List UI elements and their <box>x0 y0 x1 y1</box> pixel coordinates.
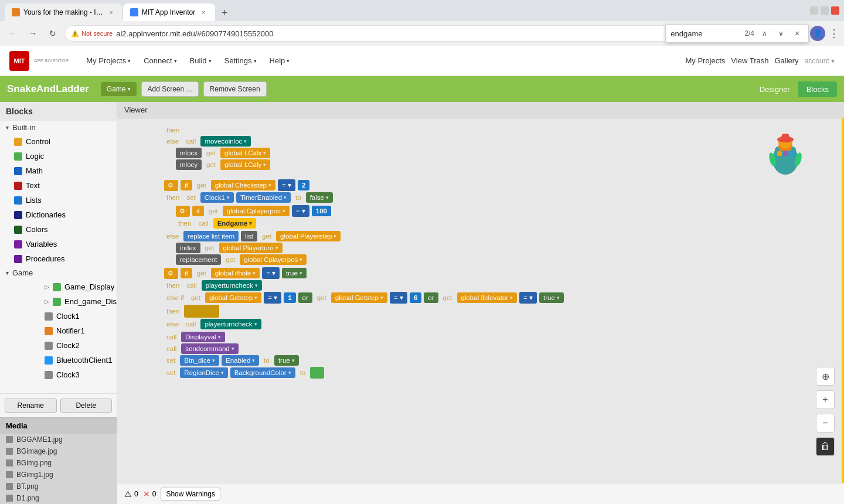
block-index-param[interactable]: index <box>176 243 200 253</box>
zoom-out-button[interactable]: − <box>816 414 835 433</box>
block-replace-list-item[interactable]: replace list item <box>183 231 239 241</box>
blocks-button[interactable]: Blocks <box>798 81 837 97</box>
menu-help[interactable]: Help ▾ <box>264 53 296 69</box>
sidebar-item-text[interactable]: Text <box>0 178 117 193</box>
find-close-button[interactable]: × <box>791 27 804 40</box>
block-clock1[interactable]: Clock1 ▾ <box>200 192 234 203</box>
menu-my-projects[interactable]: My Projects ▾ <box>80 53 137 69</box>
sidebar-item-lists[interactable]: Lists <box>0 193 117 207</box>
sidebar-item-clock1[interactable]: Clock1 <box>23 309 117 323</box>
show-warnings-button[interactable]: Show Warnings <box>161 488 220 500</box>
block-endgame[interactable]: Endgame ▾ <box>213 218 257 229</box>
block-or-2[interactable]: or <box>424 292 438 303</box>
block-or-1[interactable]: or <box>298 292 312 303</box>
sidebar-item-control[interactable]: Control <box>0 134 117 149</box>
sidebar-item-endgame-display[interactable]: ▷ End_game_Display <box>23 294 117 309</box>
account-email[interactable]: account ▾ <box>805 57 835 65</box>
window-minimize[interactable] <box>810 6 818 15</box>
media-item-d1[interactable]: D1.png <box>0 492 117 504</box>
block-timerenabled[interactable]: TimerEnabled ▾ <box>236 192 291 203</box>
block-true-2[interactable]: true ▾ <box>539 292 564 303</box>
block-true-1[interactable]: true ▾ <box>282 268 307 278</box>
builtin-section-header[interactable]: ▼ Built-in <box>0 121 117 134</box>
block-if-ifhole[interactable]: if <box>181 268 192 278</box>
find-next-button[interactable]: ∨ <box>774 27 787 40</box>
sidebar-item-math[interactable]: Math <box>0 164 117 178</box>
link-my-projects[interactable]: My Projects <box>685 56 725 65</box>
block-num-2[interactable]: 2 <box>298 180 309 190</box>
media-item-bgimage[interactable]: BGimage.jpg <box>0 445 117 457</box>
address-bar[interactable]: ⚠️ Not secure ai2.appinventor.mit.edu/#6… <box>64 25 764 42</box>
sidebar-item-clock3[interactable]: Clock3 <box>23 367 117 382</box>
window-maximize[interactable] <box>821 6 829 15</box>
browser-menu-button[interactable]: ⋮ <box>829 27 839 40</box>
sidebar-item-procedures[interactable]: Procedures <box>0 251 117 266</box>
sidebar-item-notifier1[interactable]: Notifier1 <box>23 323 117 338</box>
tab-instructa[interactable]: Yours for the making - Instructa... × <box>5 4 122 21</box>
block-ifelevator[interactable]: global ifelevator ▾ <box>457 292 518 303</box>
sidebar-item-logic[interactable]: Logic <box>0 149 117 164</box>
tab-appinventor[interactable]: MIT App Inventor × <box>123 4 215 21</box>
block-eq-ifelev[interactable]: = ▾ <box>519 292 537 304</box>
game-section-header[interactable]: ▼ Game <box>0 266 117 280</box>
block-replacement-param[interactable]: replacement <box>176 254 221 265</box>
block-getstep1[interactable]: global Getstep ▾ <box>205 292 261 303</box>
link-view-trash[interactable]: View Trash <box>731 56 768 65</box>
block-eq-getstep2[interactable]: = ▾ <box>390 292 407 304</box>
block-get-lcaly[interactable]: global LCaly ▾ <box>220 159 270 170</box>
nav-forward-button[interactable]: → <box>25 25 41 42</box>
menu-build[interactable]: Build ▾ <box>184 53 217 69</box>
block-getstep2[interactable]: global Getstep ▾ <box>331 292 387 303</box>
window-close[interactable] <box>831 6 839 15</box>
block-if-cplay[interactable]: if <box>192 206 204 216</box>
block-cplayerpos2[interactable]: global Cplayerpos ▾ <box>240 254 307 265</box>
block-bgcolor[interactable]: BackgroundColor ▾ <box>230 367 295 378</box>
tab-close-instructa[interactable]: × <box>108 8 115 17</box>
rename-button[interactable]: Rename <box>5 399 57 413</box>
block-btndice[interactable]: Btn_dice ▾ <box>180 355 219 366</box>
new-tab-button[interactable]: + <box>216 5 233 21</box>
block-checkstep[interactable]: global Checkstep ▾ <box>211 180 275 190</box>
block-eq-cplay[interactable]: = ▾ <box>292 205 309 217</box>
block-enabled[interactable]: Enabled ▾ <box>222 355 259 366</box>
block-movecoinloc[interactable]: movecoinloc ▾ <box>200 136 251 147</box>
block-num-100[interactable]: 100 <box>312 206 331 216</box>
block-false[interactable]: false ▾ <box>306 192 333 203</box>
zoom-in-button[interactable]: + <box>816 390 835 409</box>
sidebar-item-variables[interactable]: Variables <box>0 237 117 251</box>
block-eq-checkstep[interactable]: = ▾ <box>278 179 295 191</box>
nav-reload-button[interactable]: ↻ <box>45 25 61 42</box>
block-gear-ifhole[interactable]: ⚙ <box>164 268 178 279</box>
block-get-lcalx[interactable]: global LCalx ▾ <box>220 148 270 158</box>
sidebar-item-bluetooth[interactable]: BluetoothClient1 <box>23 353 117 367</box>
sidebar-item-clock2[interactable]: Clock2 <box>23 338 117 353</box>
link-gallery[interactable]: Gallery <box>774 56 798 65</box>
sidebar-item-dictionaries[interactable]: Dictionaries <box>0 207 117 222</box>
block-regiondice[interactable]: RegionDice ▾ <box>180 367 227 378</box>
block-eq-getstep1[interactable]: = ▾ <box>264 292 281 304</box>
media-item-bgimg1[interactable]: BGimg1.jpg <box>0 469 117 481</box>
block-sendcommand[interactable]: sendcommand ▾ <box>181 343 238 354</box>
block-if-keyword[interactable]: if <box>181 180 192 190</box>
block-cplayerpos[interactable]: global Cplayerpos ▾ <box>223 206 290 216</box>
trash-button[interactable]: 🗑 <box>816 437 835 456</box>
block-mlocx-label[interactable]: mlocx <box>176 148 202 158</box>
block-playerturn[interactable]: global Playerturn ▾ <box>219 243 283 253</box>
block-playerturncheck1[interactable]: playerturncheck ▾ <box>202 280 262 291</box>
remove-screen-button[interactable]: Remove Screen <box>203 81 267 97</box>
center-button[interactable]: ⊕ <box>816 367 835 386</box>
block-true-3[interactable]: true ▾ <box>274 355 299 366</box>
block-num-1[interactable]: 1 <box>284 292 295 303</box>
block-gear-if-cplay[interactable]: ⚙ <box>176 206 190 217</box>
profile-button[interactable]: 👤 <box>810 26 825 41</box>
block-color-green[interactable] <box>310 367 324 379</box>
block-num-6[interactable]: 6 <box>410 292 421 303</box>
screen-dropdown-button[interactable]: Game ▾ <box>101 82 137 96</box>
designer-button[interactable]: Designer <box>751 81 798 97</box>
sidebar-item-game-display[interactable]: ▷ Game_Display <box>23 280 117 294</box>
media-item-bgimg[interactable]: BGimg.png <box>0 457 117 469</box>
block-ifhole[interactable]: global ifhole ▾ <box>211 268 260 278</box>
block-list-param[interactable]: list <box>241 231 257 241</box>
block-displayval[interactable]: Displayval ▾ <box>181 332 224 342</box>
viewer-canvas[interactable]: then else call movecoinloc ▾ mlocx get g… <box>117 118 844 503</box>
